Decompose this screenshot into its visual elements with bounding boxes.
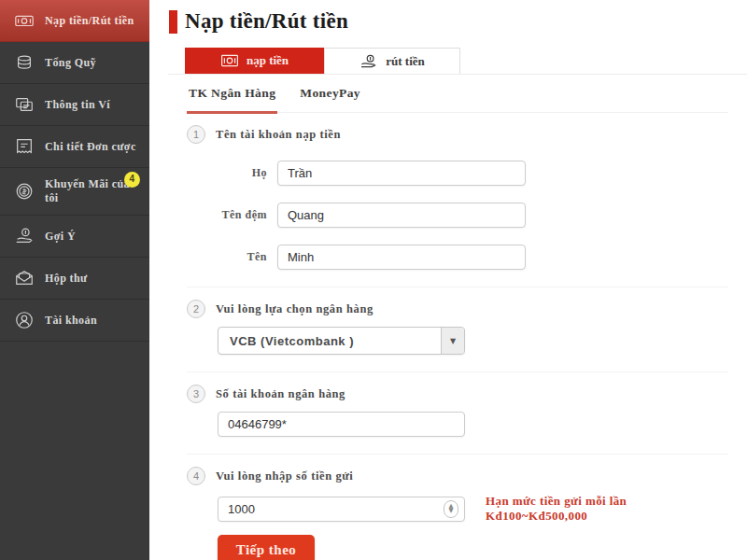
ten-dem-input[interactable] bbox=[277, 203, 526, 228]
page-header: Nạp tiền/Rút tiền bbox=[169, 9, 747, 34]
envelope-icon bbox=[13, 267, 35, 289]
tab-rut-tien[interactable]: rút tiền bbox=[324, 48, 460, 74]
step-3-section: 3 Số tài khoản ngân hàng bbox=[187, 385, 728, 455]
ho-input[interactable] bbox=[277, 161, 526, 186]
step-2-number: 2 bbox=[187, 300, 205, 318]
sidebar-item-label: Nạp tiền/Rút tiền bbox=[45, 14, 134, 28]
ten-label: Tên bbox=[187, 250, 277, 264]
money-bill-icon bbox=[220, 53, 239, 68]
ten-dem-label: Tên đệm bbox=[187, 208, 277, 222]
tab-nap-tien[interactable]: nạp tiền bbox=[185, 48, 324, 74]
coins-stack-icon bbox=[13, 51, 35, 74]
sidebar-item-goi-y[interactable]: Gợi Ý bbox=[0, 216, 149, 258]
sidebar-item-khuyen-mai[interactable]: Khuyến Mãi của tôi 4 bbox=[0, 168, 149, 216]
amount-row: ▲ ▼ Hạn mức tiền gửi mỗi lần Kđ100~Kđ500… bbox=[218, 494, 728, 524]
sidebar: Nạp tiền/Rút tiền Tổng Quỹ Thông tin Ví … bbox=[0, 0, 149, 560]
sidebar-item-label: Tài khoản bbox=[45, 314, 97, 328]
step-1-number: 1 bbox=[187, 125, 205, 144]
step-2-label: Vui lòng lựa chọn ngân hàng bbox=[216, 302, 374, 316]
sidebar-item-hop-thu[interactable]: Hộp thư bbox=[0, 258, 149, 300]
step-2-section: 2 Vui lòng lựa chọn ngân hàng VCB (Vietc… bbox=[187, 300, 728, 372]
number-stepper[interactable]: ▲ ▼ bbox=[444, 500, 458, 518]
next-button[interactable]: Tiếp theo bbox=[218, 535, 315, 560]
sidebar-item-thong-tin-vi[interactable]: Thông tin Ví bbox=[0, 84, 149, 126]
wallet-icon bbox=[13, 93, 35, 116]
page-title: Nạp tiền/Rút tiền bbox=[185, 9, 348, 34]
step-1-header: 1 Tên tài khoản nạp tiền bbox=[187, 125, 728, 144]
step-4-header: 4 Vui lòng nhập số tiền gửi bbox=[187, 467, 728, 485]
hand-coin-icon bbox=[359, 54, 378, 69]
deposit-form: TK Ngân Hàng MoneyPay 1 Tên tài khoản nạ… bbox=[187, 86, 728, 560]
step-3-label: Số tài khoản ngân hàng bbox=[216, 387, 345, 401]
bank-select-value: VCB (Vietcombank ) bbox=[218, 328, 441, 354]
receipt-icon bbox=[13, 135, 35, 158]
sidebar-item-chi-tiet-don-cuoc[interactable]: Chi tiết Đơn cược bbox=[0, 126, 149, 168]
method-subtabs: TK Ngân Hàng MoneyPay bbox=[187, 86, 728, 113]
bank-account-input[interactable] bbox=[218, 412, 465, 437]
sidebar-item-label: Hộp thư bbox=[45, 272, 88, 286]
step-4-number: 4 bbox=[187, 467, 205, 485]
money-bill-icon bbox=[13, 9, 35, 32]
deposit-limit-hint: Hạn mức tiền gửi mỗi lần Kđ100~Kđ500,000 bbox=[486, 494, 728, 524]
field-row-ten-dem: Tên đệm bbox=[187, 203, 728, 228]
main-panel: Nạp tiền/Rút tiền nạp tiền rút tiền TK N… bbox=[149, 0, 747, 560]
subtab-tk-ngan-hang[interactable]: TK Ngân Hàng bbox=[187, 86, 277, 114]
step-4-label: Vui lòng nhập số tiền gửi bbox=[216, 469, 353, 483]
promo-count-badge: 4 bbox=[124, 172, 140, 188]
ho-label: Họ bbox=[187, 166, 277, 180]
tab-label: rút tiền bbox=[386, 54, 425, 69]
bank-select[interactable]: VCB (Vietcombank ) ▼ bbox=[218, 327, 465, 355]
ten-input[interactable] bbox=[277, 245, 526, 270]
title-accent-bar bbox=[169, 10, 177, 34]
deposit-withdraw-tabbar: nạp tiền rút tiền bbox=[168, 48, 747, 75]
step-2-header: 2 Vui lòng lựa chọn ngân hàng bbox=[187, 300, 728, 318]
field-row-ten: Tên bbox=[187, 245, 728, 270]
subtab-moneypay[interactable]: MoneyPay bbox=[298, 86, 362, 112]
tab-label: nạp tiền bbox=[247, 53, 289, 68]
sidebar-item-nap-tien-rut-tien[interactable]: Nạp tiền/Rút tiền bbox=[0, 0, 149, 42]
stepper-down-icon[interactable]: ▼ bbox=[449, 509, 454, 514]
sidebar-item-tai-khoan[interactable]: Tài khoản bbox=[0, 300, 149, 342]
dollar-coin-icon bbox=[13, 180, 35, 203]
account-icon bbox=[13, 309, 35, 331]
sidebar-item-label: Chi tiết Đơn cược bbox=[45, 140, 136, 154]
amount-field-wrap: ▲ ▼ bbox=[218, 497, 465, 522]
sidebar-item-label: Gợi Ý bbox=[45, 230, 76, 244]
step-3-number: 3 bbox=[187, 385, 205, 403]
hand-coin-icon bbox=[13, 225, 35, 247]
sidebar-item-label: Tổng Quỹ bbox=[45, 56, 96, 70]
step-3-header: 3 Số tài khoản ngân hàng bbox=[187, 385, 728, 403]
step-1-label: Tên tài khoản nạp tiền bbox=[216, 128, 341, 142]
chevron-down-icon[interactable]: ▼ bbox=[441, 328, 464, 354]
step-4-section: 4 Vui lòng nhập số tiền gửi ▲ ▼ Hạn mức … bbox=[187, 467, 728, 560]
sidebar-item-tong-quy[interactable]: Tổng Quỹ bbox=[0, 42, 149, 84]
field-row-ho: Họ bbox=[187, 161, 728, 186]
amount-input[interactable] bbox=[218, 497, 465, 522]
sidebar-item-label: Thông tin Ví bbox=[45, 98, 110, 112]
step-1-section: 1 Tên tài khoản nạp tiền Họ Tên đệm Tên bbox=[187, 125, 728, 287]
